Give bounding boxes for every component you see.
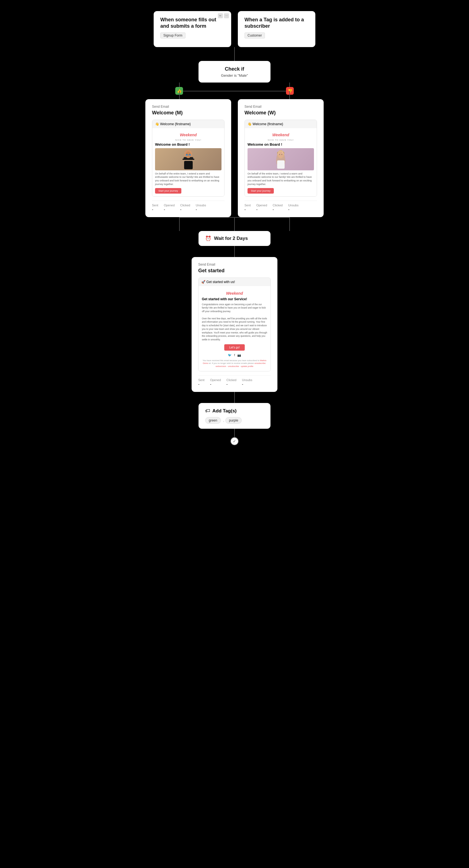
more-icon[interactable]: ⋯: [224, 13, 229, 18]
email-w-preview: 👋 Welcome {firstname} Weekend NICE TO HA…: [245, 120, 317, 197]
email-w-preview-header: 👋 Welcome {firstname}: [245, 120, 317, 128]
gs-preview-body: Weekend Get started with our Service! Co…: [198, 286, 271, 371]
svg-rect-8: [189, 154, 191, 156]
email-m-stats: Sent- Opened- Clicked- Unsubs-: [152, 200, 224, 212]
edit-icon[interactable]: ✏: [218, 13, 223, 18]
connector-final: [234, 429, 235, 437]
gs-social: 🐦 f 📷: [202, 353, 267, 357]
connector-wait-gs: [234, 246, 235, 257]
svg-point-14: [281, 154, 282, 155]
gs-stats: Sent- Opened- Clicked- Unsubs-: [198, 375, 271, 386]
email-w-stats: Sent- Opened- Clicked- Unsubs-: [245, 200, 317, 212]
email-w-label: Send Email: [245, 105, 317, 108]
triggers-row: ✏ ⋯ When someone fills out and submits a…: [121, 11, 348, 47]
wait-text: Wait for 2 Days: [214, 236, 248, 241]
addtag-title: Add Tag(s): [212, 408, 237, 414]
tag-purple: purple: [225, 417, 242, 424]
email-m-preview-body: Weekend NICE TO HAVE YOU! Welcome on Boa…: [152, 128, 224, 196]
gs-email-title: Get started with our Service!: [202, 297, 267, 301]
connector-gs-addtag: [234, 392, 235, 403]
email-w-image: [248, 148, 314, 170]
wait-icon: ⏰: [205, 236, 211, 242]
branch-no-icon: 👎: [286, 87, 294, 95]
email-m-preview: 👋 Welcome {firstname} Weekend NICE TO HA…: [152, 120, 224, 197]
email-w-btn: Start your journey: [248, 188, 274, 194]
svg-rect-3: [184, 161, 193, 169]
email-m-preview-header: 👋 Welcome {firstname}: [152, 120, 224, 128]
trigger-tag-title: When a Tag is added to a subscriber: [245, 17, 309, 30]
svg-rect-2: [183, 159, 194, 160]
email-m-btn: Start your journey: [155, 188, 181, 194]
trigger-form-title: When someone fills out and submits a for…: [160, 17, 224, 30]
trigger-form-card[interactable]: ✏ ⋯ When someone fills out and submits a…: [154, 11, 231, 47]
workflow-canvas: ✏ ⋯ When someone fills out and submits a…: [121, 11, 348, 857]
gs-label: Send Email: [198, 262, 271, 267]
getstarted-card[interactable]: Send Email Get started 🚀 Get started wit…: [192, 257, 277, 392]
email-row: Send Email Welcome (M) 👋 Welcome {firstn…: [121, 99, 348, 217]
end-circle: ✓: [230, 437, 239, 445]
email-w-card[interactable]: Send Email Welcome (W) 👋 Welcome {firstn…: [238, 99, 324, 217]
email-m-label: Send Email: [152, 105, 224, 108]
tag-green: green: [205, 417, 221, 424]
trigger-tag-card[interactable]: When a Tag is added to a subscriber Cust…: [238, 11, 315, 47]
email-m-card[interactable]: Send Email Welcome (M) 👋 Welcome {firstn…: [145, 99, 231, 217]
check-title: Check if: [205, 66, 264, 72]
gs-title: Get started: [198, 268, 271, 274]
addtag-icon: 🏷: [205, 408, 210, 414]
svg-rect-7: [186, 154, 188, 156]
svg-point-12: [278, 152, 283, 158]
trigger-form-badge: Signup Form: [160, 32, 186, 38]
gs-preview: 🚀 Get started with us! Weekend Get start…: [198, 278, 271, 372]
email-m-image: [155, 148, 221, 170]
addtag-card[interactable]: 🏷 Add Tag(s) green , purple: [198, 403, 271, 429]
gs-btn: Let's go!: [224, 344, 245, 351]
gs-preview-header: 🚀 Get started with us!: [198, 278, 271, 286]
trigger-tag-badge: Customer: [245, 32, 265, 38]
email-m-title: Welcome (M): [152, 110, 224, 116]
addtag-tags: green , purple: [205, 417, 264, 424]
email-w-title: Welcome (W): [245, 110, 317, 116]
email-w-preview-body: Weekend NICE TO HAVE YOU! Welcome on Boa…: [245, 128, 317, 196]
check-condition: Gender is "Male": [205, 73, 264, 78]
wait-card[interactable]: ⏰ Wait for 2 Days: [198, 231, 271, 246]
gs-footer: You have received this email because you…: [202, 359, 267, 368]
svg-rect-11: [277, 160, 285, 169]
addtag-header: 🏷 Add Tag(s): [205, 408, 264, 414]
check-card[interactable]: Check if Gender is "Male": [198, 61, 271, 83]
end-check-icon: ✓: [233, 439, 236, 443]
svg-point-13: [279, 154, 280, 155]
